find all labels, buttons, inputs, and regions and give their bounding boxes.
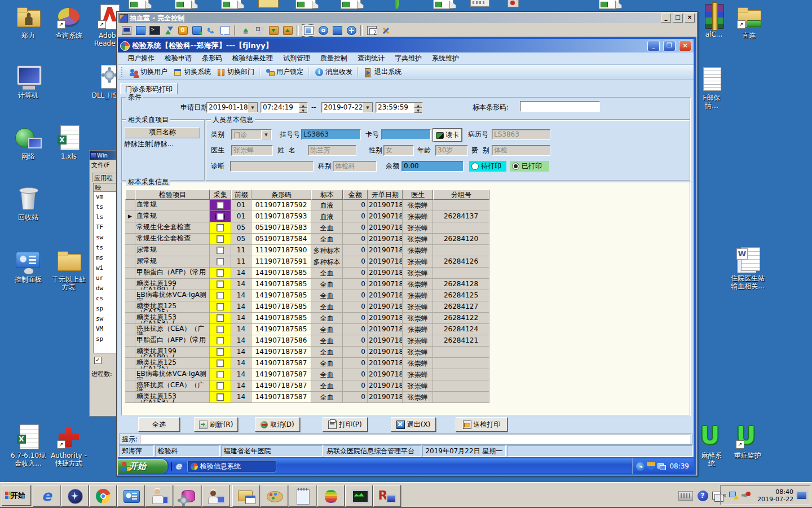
process-row[interactable]: dw: [94, 283, 118, 294]
cell-collect[interactable]: [210, 279, 231, 290]
spin-down-icon[interactable]: ▼: [414, 108, 422, 113]
toolbar-message[interactable]: i消息收发: [312, 66, 355, 78]
table-row[interactable]: 糖类抗原199（CA199）(14141907187587全血020190718…: [125, 347, 489, 358]
menu-item-7[interactable]: 字典维护: [390, 52, 427, 64]
date-to-value[interactable]: 2019-07-22: [322, 103, 363, 112]
desktop-icon-pie-chart[interactable]: ↗查询系统: [47, 3, 90, 40]
collect-checkbox[interactable]: [217, 303, 224, 310]
desktop-icon-recycle-bin[interactable]: 回收站: [7, 185, 50, 221]
column-header-检验项目[interactable]: 检验项目: [135, 190, 210, 200]
dropdown-arrow-icon[interactable]: ▼: [261, 130, 271, 139]
task-manager-menu[interactable]: 文件(F: [90, 160, 118, 170]
collect-checkbox[interactable]: [217, 224, 224, 231]
table-row[interactable]: 癌胚抗原（CEA）（广谱14141907187585全血020190718张崇蝉…: [125, 324, 489, 335]
shield-icon[interactable]: [647, 462, 655, 471]
related-item[interactable]: 静脉注射[静脉...: [124, 139, 202, 149]
time-to-spinner[interactable]: 23:59:59 ▲▼: [376, 102, 423, 113]
view-target-icon[interactable]: [317, 25, 329, 36]
remote-pc-icon[interactable]: [120, 25, 133, 36]
menu-item-4[interactable]: 试剂管理: [278, 52, 315, 64]
minimize-button[interactable]: _: [661, 14, 671, 23]
updown-transfer-icon[interactable]: [162, 25, 175, 36]
taskbar-app-remote-icon[interactable]: R: [373, 485, 401, 507]
app-minimize-button[interactable]: _: [647, 41, 660, 51]
process-row[interactable]: sw: [94, 314, 118, 324]
desktop-icon-excel[interactable]: X1.xls: [47, 124, 90, 160]
network-warning-icon[interactable]: [729, 492, 739, 500]
process-row[interactable]: VM: [94, 324, 118, 334]
process-row[interactable]: ts: [94, 202, 118, 212]
show-desktop-icon[interactable]: [796, 491, 807, 500]
keyboard-icon-button[interactable]: [678, 487, 693, 504]
dropdown-arrow-icon[interactable]: ▼: [248, 103, 258, 112]
screen-icon[interactable]: [134, 25, 147, 36]
taskbar-app-sysmon-icon[interactable]: [345, 485, 373, 507]
time-to-value[interactable]: 23:59:59: [376, 103, 414, 112]
process-row[interactable]: vm: [94, 192, 118, 202]
table-row[interactable]: 血常规01011907187592血液020190718张崇蝉: [125, 200, 489, 211]
table-row[interactable]: EB病毒抗体VCA-IgA测定14141907187585全血020190718…: [125, 290, 489, 301]
desktop-icon-folder-link[interactable]: ↗直连: [727, 3, 770, 40]
column-header-条形码[interactable]: 条形码: [251, 190, 311, 200]
action-送检打印-button[interactable]: 送检打印: [456, 417, 508, 432]
toolbar-switch-dept[interactable]: 切换部门: [214, 66, 257, 78]
radio-icon[interactable]: [471, 163, 479, 170]
taskbar-app-notepad-icon[interactable]: [289, 485, 316, 507]
collect-checkbox[interactable]: [217, 202, 224, 209]
taskbar-app-ie-icon[interactable]: e: [33, 485, 60, 507]
date-from-picker[interactable]: 2019-01-18 ▼: [206, 102, 258, 113]
ie-icon[interactable]: e: [175, 461, 182, 471]
task-manager-checkbox[interactable]: ✓: [94, 357, 102, 364]
desktop-icon-folder[interactable]: 千元以上处 方表: [47, 247, 90, 291]
date-to-picker[interactable]: 2019-07-22 ▼: [321, 102, 373, 113]
related-items-column-header[interactable]: 项目名称: [125, 127, 200, 138]
process-row[interactable]: sp: [94, 334, 118, 344]
action-退出-button[interactable]: 退出(X): [391, 417, 436, 432]
close-button[interactable]: ×: [685, 14, 695, 23]
collect-checkbox[interactable]: [217, 371, 224, 378]
cell-collect[interactable]: [210, 268, 231, 279]
process-row[interactable]: TF: [94, 222, 118, 233]
desktop-icon-red-cross[interactable]: ↗Authority - 快捷方式: [47, 423, 90, 467]
time-from-spinner[interactable]: 07:24:19 ▲▼: [261, 102, 308, 113]
tools-icon[interactable]: [379, 25, 392, 36]
collect-checkbox[interactable]: [217, 213, 224, 220]
tray-chevron-icon[interactable]: «: [723, 492, 726, 498]
task-manager-tab[interactable]: 应用程: [92, 173, 117, 182]
action-取消-button[interactable]: 取消(D): [255, 417, 300, 432]
column-header-采集[interactable]: 采集: [210, 190, 231, 200]
table-row[interactable]: 糖类抗原125（CA125）14141907187587全血020190718张…: [125, 358, 489, 369]
date-from-value[interactable]: 2019-01-18: [207, 103, 248, 112]
table-row[interactable]: EB病毒抗体VCA-IgA测定14141907187587全血020190718…: [125, 369, 489, 380]
collect-checkbox[interactable]: [217, 360, 224, 367]
desktop-icon-green-u[interactable]: U↗重症监护: [726, 423, 769, 459]
view-window-icon[interactable]: [302, 24, 315, 37]
spin-up-icon[interactable]: ▲: [299, 103, 307, 108]
keyboard-icon[interactable]: [171, 462, 172, 471]
taskbar-app-bluepanel-icon[interactable]: [117, 485, 145, 507]
cell-collect[interactable]: [210, 324, 231, 335]
column-header-前缀[interactable]: 前缀: [231, 190, 251, 200]
console-icon[interactable]: >: [148, 25, 161, 36]
cell-collect[interactable]: [210, 392, 231, 403]
maximize-button[interactable]: □: [673, 14, 683, 23]
cell-collect[interactable]: [210, 347, 231, 358]
toolbar-switch-user[interactable]: 切换用户: [127, 66, 170, 78]
table-row[interactable]: 尿常规11111907187590多种标本020190718张崇蝉: [125, 245, 489, 256]
taskbar-app-apple-icon[interactable]: [317, 485, 345, 507]
collapse-circle-icon[interactable]: ◄: [636, 462, 645, 471]
collect-checkbox[interactable]: [217, 348, 224, 356]
clipboard-download-icon[interactable]: [267, 25, 280, 36]
action-刷新-button[interactable]: 刷新(R): [194, 417, 238, 432]
card-no-input[interactable]: [381, 129, 431, 140]
process-row[interactable]: sw: [94, 233, 118, 243]
collect-checkbox[interactable]: [217, 235, 224, 243]
action-打印-button[interactable]: 打印(P): [323, 417, 368, 432]
taskbar-app-chrome-icon[interactable]: [89, 485, 117, 507]
zero-badge-icon[interactable]: 0: [176, 25, 189, 36]
host-start-button[interactable]: 开始: [2, 485, 31, 506]
pending-print-radio[interactable]: 待打印: [469, 161, 506, 172]
task-manager-titlebar[interactable]: Win: [90, 151, 118, 160]
clipboard-upload-icon[interactable]: [281, 25, 294, 36]
spin-down-icon[interactable]: ▼: [299, 108, 307, 113]
